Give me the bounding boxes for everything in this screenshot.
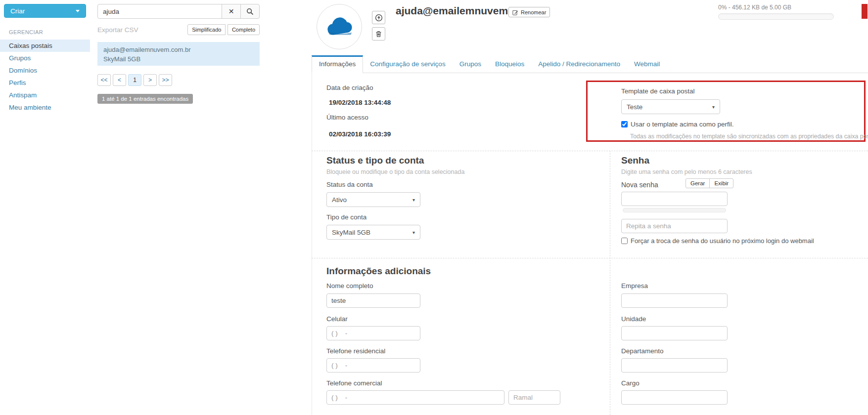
password-section-title: Senha bbox=[621, 155, 649, 166]
caret-down-icon bbox=[76, 10, 80, 12]
company-input[interactable] bbox=[621, 293, 728, 308]
last-page-button[interactable]: >> bbox=[159, 74, 172, 86]
caret-down-icon: ▾ bbox=[712, 104, 715, 110]
position-label: Cargo bbox=[621, 379, 640, 387]
view-toggle-group: Simplificado Completo bbox=[187, 24, 260, 35]
created-date-value: 19/02/2018 13:44:48 bbox=[329, 99, 391, 106]
account-section-title: Status e tipo de conta bbox=[326, 155, 424, 166]
caret-down-icon: ▾ bbox=[412, 230, 415, 235]
show-password-button[interactable]: Exibir bbox=[709, 178, 733, 188]
tab-webmail[interactable]: Webmail bbox=[627, 56, 667, 73]
result-email: ajuda@emailemnuvem.com.br bbox=[103, 45, 254, 54]
clear-icon: ✕ bbox=[228, 7, 234, 15]
account-status-select[interactable]: Ativo ▾ bbox=[326, 192, 420, 207]
new-password-input[interactable] bbox=[621, 192, 728, 206]
force-password-row: Forçar a troca de senha do usuário no pr… bbox=[621, 237, 814, 245]
first-page-button[interactable]: << bbox=[97, 74, 111, 86]
rename-button[interactable]: Renomear bbox=[508, 7, 550, 17]
delete-mailbox-button[interactable] bbox=[372, 27, 385, 41]
created-date-label: Data de criação bbox=[326, 84, 373, 91]
pagination: << < 1 > >> bbox=[97, 74, 172, 86]
tab-grupos[interactable]: Grupos bbox=[453, 56, 488, 73]
template-label: Template de caixa postal bbox=[621, 87, 695, 95]
result-item[interactable]: ajuda@emailemnuvem.com.br SkyMail 5GB bbox=[97, 42, 260, 66]
page-1-button[interactable]: 1 bbox=[128, 74, 141, 86]
position-input[interactable] bbox=[621, 390, 728, 405]
red-annotation-marker bbox=[862, 4, 868, 19]
use-template-row: Usar o template acima como perfil. bbox=[621, 121, 734, 128]
section-divider bbox=[312, 258, 868, 258]
account-type-label: Tipo de conta bbox=[326, 213, 366, 221]
sidebar-item-caixas-postais[interactable]: Caixas postais bbox=[0, 40, 90, 52]
search-input[interactable] bbox=[97, 4, 222, 19]
tab-informacoes[interactable]: Informações bbox=[312, 55, 363, 73]
sidebar-item-perfis[interactable]: Perfis bbox=[0, 77, 90, 89]
password-strength-meter bbox=[623, 208, 726, 212]
tab-bloqueios[interactable]: Bloqueios bbox=[488, 56, 531, 73]
sidebar-item-dominios[interactable]: Domínios bbox=[0, 64, 90, 77]
tab-apelido-redirecionamento[interactable]: Apelido / Redirecionamento bbox=[531, 56, 627, 73]
template-sync-note: Todas as modificações no template são si… bbox=[630, 133, 868, 140]
repeat-password-input[interactable] bbox=[621, 219, 728, 233]
last-access-value: 02/03/2018 16:03:39 bbox=[329, 130, 391, 138]
new-password-label: Nova senha bbox=[621, 181, 658, 189]
generate-password-button[interactable]: Gerar bbox=[685, 178, 710, 188]
storage-progress-bar bbox=[718, 13, 834, 20]
use-template-checkbox[interactable] bbox=[621, 121, 628, 127]
upload-avatar-button[interactable] bbox=[372, 11, 385, 24]
simplified-view-button[interactable]: Simplificado bbox=[187, 24, 226, 35]
rename-button-label: Renomear bbox=[521, 9, 546, 15]
clear-search-button[interactable]: ✕ bbox=[222, 4, 241, 19]
entries-count-badge: 1 até 1 de 1 entradas encontradas bbox=[97, 94, 193, 104]
export-csv-link[interactable]: Exportar CSV bbox=[97, 26, 138, 34]
template-select-value: Teste bbox=[627, 103, 642, 111]
password-section-subtitle: Digite uma senha com pelo menos 6 caract… bbox=[621, 168, 752, 175]
template-highlight-box: Template de caixa postal Teste ▾ Usar o … bbox=[586, 81, 866, 142]
panel-left-border bbox=[312, 73, 312, 415]
sidebar-item-antispam[interactable]: Antispam bbox=[0, 89, 90, 101]
mobile-phone-label: Celular bbox=[326, 315, 348, 323]
main-content: ajuda@emailemnuvem.com.br Renomear 0% - … bbox=[311, 0, 868, 415]
account-status-value: Ativo bbox=[332, 196, 347, 204]
trash-icon bbox=[375, 30, 382, 38]
search-button[interactable] bbox=[240, 4, 260, 19]
force-password-checkbox[interactable] bbox=[621, 238, 628, 244]
search-icon bbox=[246, 8, 254, 15]
sidebar-nav: Caixas postais Grupos Domínios Perfis An… bbox=[0, 40, 90, 114]
storage-usage-text: 0% - 456.12 KB de 5.00 GB bbox=[718, 4, 791, 11]
department-label: Departamento bbox=[621, 347, 664, 355]
last-access-label: Último acesso bbox=[326, 114, 368, 121]
column-divider bbox=[610, 151, 610, 415]
template-select[interactable]: Teste ▾ bbox=[621, 99, 720, 114]
create-button[interactable]: Criar bbox=[4, 4, 86, 18]
force-password-label: Forçar a troca de senha do usuário no pr… bbox=[631, 237, 814, 245]
use-template-label: Usar o template acima como perfil. bbox=[631, 121, 734, 128]
home-phone-input[interactable] bbox=[326, 358, 420, 373]
mobile-phone-input[interactable] bbox=[326, 326, 420, 340]
home-phone-label: Telefone residencial bbox=[326, 347, 385, 355]
sidebar-section-label: GERENCIAR bbox=[9, 29, 43, 35]
company-label: Empresa bbox=[621, 282, 648, 290]
caret-down-icon: ▾ bbox=[412, 197, 415, 203]
account-type-value: SkyMail 5GB bbox=[332, 229, 370, 236]
next-page-button[interactable]: > bbox=[143, 74, 157, 86]
additional-section-title: Informações adicionais bbox=[326, 266, 431, 277]
sidebar-item-grupos[interactable]: Grupos bbox=[0, 52, 90, 64]
complete-view-button[interactable]: Completo bbox=[228, 24, 260, 35]
account-type-select[interactable]: SkyMail 5GB ▾ bbox=[326, 225, 420, 240]
work-phone-input[interactable] bbox=[326, 390, 504, 405]
full-name-input[interactable] bbox=[326, 293, 420, 308]
section-divider bbox=[312, 151, 868, 151]
account-section-subtitle: Bloqueie ou modifique o tipo da conta se… bbox=[326, 168, 464, 175]
avatar bbox=[317, 4, 362, 49]
extension-input[interactable] bbox=[508, 390, 560, 405]
upload-icon bbox=[375, 14, 383, 22]
result-plan: SkyMail 5GB bbox=[103, 54, 254, 64]
tab-bar: Informações Configuração de serviços Gru… bbox=[312, 54, 868, 73]
edit-icon bbox=[512, 9, 518, 15]
tab-configuracao-de-servicos[interactable]: Configuração de serviços bbox=[363, 56, 452, 73]
prev-page-button[interactable]: < bbox=[113, 74, 126, 86]
department-input[interactable] bbox=[621, 358, 728, 373]
unit-input[interactable] bbox=[621, 326, 728, 340]
sidebar-item-meu-ambiente[interactable]: Meu ambiente bbox=[0, 101, 90, 114]
